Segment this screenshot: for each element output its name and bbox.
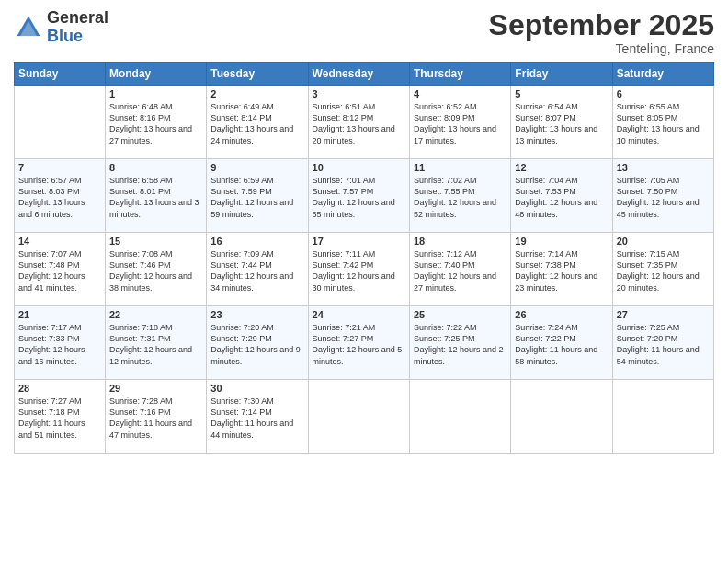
- day-number: 12: [515, 162, 608, 173]
- logo-blue: Blue: [47, 28, 108, 46]
- calendar-cell: 10Sunrise: 7:01 AMSunset: 7:57 PMDayligh…: [308, 159, 409, 233]
- day-number: 6: [617, 88, 710, 99]
- day-number: 20: [617, 236, 710, 247]
- calendar-week-2: 14Sunrise: 7:07 AMSunset: 7:48 PMDayligh…: [15, 233, 714, 306]
- day-number: 24: [313, 309, 405, 320]
- cell-info: Sunrise: 6:51 AMSunset: 8:12 PMDaylight:…: [313, 101, 405, 146]
- day-number: 28: [18, 383, 101, 394]
- calendar-week-1: 7Sunrise: 6:57 AMSunset: 8:03 PMDaylight…: [15, 159, 714, 233]
- calendar-cell: 29Sunrise: 7:28 AMSunset: 7:16 PMDayligh…: [105, 380, 206, 454]
- calendar-cell: 6Sunrise: 6:55 AMSunset: 8:05 PMDaylight…: [612, 86, 713, 159]
- cell-info: Sunrise: 7:21 AMSunset: 7:27 PMDaylight:…: [313, 322, 405, 367]
- cell-info: Sunrise: 7:09 AMSunset: 7:44 PMDaylight:…: [210, 248, 303, 293]
- cell-info: Sunrise: 7:24 AMSunset: 7:22 PMDaylight:…: [515, 322, 608, 367]
- calendar-cell: 16Sunrise: 7:09 AMSunset: 7:44 PMDayligh…: [207, 233, 308, 306]
- cell-info: Sunrise: 7:01 AMSunset: 7:57 PMDaylight:…: [313, 175, 405, 220]
- calendar-cell: 11Sunrise: 7:02 AMSunset: 7:55 PMDayligh…: [409, 159, 510, 233]
- calendar-cell: 27Sunrise: 7:25 AMSunset: 7:20 PMDayligh…: [612, 306, 713, 380]
- calendar-cell: 28Sunrise: 7:27 AMSunset: 7:18 PMDayligh…: [15, 380, 106, 454]
- col-wednesday: Wednesday: [308, 63, 409, 86]
- calendar-cell: 20Sunrise: 7:15 AMSunset: 7:35 PMDayligh…: [612, 233, 713, 306]
- day-number: 16: [210, 236, 303, 247]
- calendar-cell: 19Sunrise: 7:14 AMSunset: 7:38 PMDayligh…: [511, 233, 612, 306]
- cell-info: Sunrise: 6:55 AMSunset: 8:05 PMDaylight:…: [617, 101, 710, 146]
- day-number: 19: [515, 236, 608, 247]
- cell-info: Sunrise: 7:02 AMSunset: 7:55 PMDaylight:…: [414, 175, 506, 220]
- month-title: September 2025: [489, 9, 714, 41]
- calendar-cell: [511, 380, 612, 454]
- calendar-cell: [15, 86, 106, 159]
- calendar-week-3: 21Sunrise: 7:17 AMSunset: 7:33 PMDayligh…: [15, 306, 714, 380]
- day-number: 8: [109, 162, 202, 173]
- calendar-cell: 17Sunrise: 7:11 AMSunset: 7:42 PMDayligh…: [308, 233, 409, 306]
- calendar-cell: [308, 380, 409, 454]
- calendar-week-4: 28Sunrise: 7:27 AMSunset: 7:18 PMDayligh…: [15, 380, 714, 454]
- location: Tenteling, France: [489, 41, 714, 56]
- calendar-cell: 4Sunrise: 6:52 AMSunset: 8:09 PMDaylight…: [409, 86, 510, 159]
- calendar-table: Sunday Monday Tuesday Wednesday Thursday…: [14, 62, 714, 454]
- day-number: 27: [617, 309, 710, 320]
- day-number: 3: [313, 88, 405, 99]
- col-tuesday: Tuesday: [207, 63, 308, 86]
- calendar-cell: 1Sunrise: 6:48 AMSunset: 8:16 PMDaylight…: [105, 86, 206, 159]
- cell-info: Sunrise: 6:52 AMSunset: 8:09 PMDaylight:…: [414, 101, 506, 146]
- day-number: 1: [109, 88, 202, 99]
- header: General Blue September 2025 Tenteling, F…: [14, 9, 714, 56]
- calendar-cell: 5Sunrise: 6:54 AMSunset: 8:07 PMDaylight…: [511, 86, 612, 159]
- cell-info: Sunrise: 7:18 AMSunset: 7:31 PMDaylight:…: [109, 322, 202, 367]
- cell-info: Sunrise: 7:14 AMSunset: 7:38 PMDaylight:…: [515, 248, 608, 293]
- day-number: 14: [18, 236, 101, 247]
- cell-info: Sunrise: 7:30 AMSunset: 7:14 PMDaylight:…: [210, 396, 303, 441]
- day-number: 15: [109, 236, 202, 247]
- calendar-cell: 2Sunrise: 6:49 AMSunset: 8:14 PMDaylight…: [207, 86, 308, 159]
- cell-info: Sunrise: 6:59 AMSunset: 7:59 PMDaylight:…: [210, 175, 303, 220]
- day-number: 22: [109, 309, 202, 320]
- cell-info: Sunrise: 6:49 AMSunset: 8:14 PMDaylight:…: [210, 101, 303, 146]
- page: General Blue September 2025 Tenteling, F…: [0, 0, 728, 563]
- cell-info: Sunrise: 7:27 AMSunset: 7:18 PMDaylight:…: [18, 396, 101, 441]
- header-row: Sunday Monday Tuesday Wednesday Thursday…: [15, 63, 714, 86]
- title-block: September 2025 Tenteling, France: [489, 9, 714, 56]
- calendar-cell: 25Sunrise: 7:22 AMSunset: 7:25 PMDayligh…: [409, 306, 510, 380]
- calendar-cell: [612, 380, 713, 454]
- calendar-cell: [409, 380, 510, 454]
- day-number: 10: [313, 162, 405, 173]
- calendar-cell: 7Sunrise: 6:57 AMSunset: 8:03 PMDaylight…: [15, 159, 106, 233]
- calendar-cell: 21Sunrise: 7:17 AMSunset: 7:33 PMDayligh…: [15, 306, 106, 380]
- logo: General Blue: [14, 9, 108, 46]
- day-number: 26: [515, 309, 608, 320]
- day-number: 29: [109, 383, 202, 394]
- calendar-cell: 23Sunrise: 7:20 AMSunset: 7:29 PMDayligh…: [207, 306, 308, 380]
- col-friday: Friday: [511, 63, 612, 86]
- cell-info: Sunrise: 7:04 AMSunset: 7:53 PMDaylight:…: [515, 175, 608, 220]
- col-thursday: Thursday: [409, 63, 510, 86]
- calendar-cell: 30Sunrise: 7:30 AMSunset: 7:14 PMDayligh…: [207, 380, 308, 454]
- day-number: 2: [210, 88, 303, 99]
- calendar-week-0: 1Sunrise: 6:48 AMSunset: 8:16 PMDaylight…: [15, 86, 714, 159]
- calendar-cell: 24Sunrise: 7:21 AMSunset: 7:27 PMDayligh…: [308, 306, 409, 380]
- col-monday: Monday: [105, 63, 206, 86]
- day-number: 11: [414, 162, 506, 173]
- cell-info: Sunrise: 7:28 AMSunset: 7:16 PMDaylight:…: [109, 396, 202, 441]
- logo-icon: [14, 13, 43, 42]
- calendar-cell: 26Sunrise: 7:24 AMSunset: 7:22 PMDayligh…: [511, 306, 612, 380]
- calendar-cell: 3Sunrise: 6:51 AMSunset: 8:12 PMDaylight…: [308, 86, 409, 159]
- col-saturday: Saturday: [612, 63, 713, 86]
- logo-text: General Blue: [47, 9, 108, 46]
- cell-info: Sunrise: 7:11 AMSunset: 7:42 PMDaylight:…: [313, 248, 405, 293]
- cell-info: Sunrise: 6:48 AMSunset: 8:16 PMDaylight:…: [109, 101, 202, 146]
- calendar-cell: 8Sunrise: 6:58 AMSunset: 8:01 PMDaylight…: [105, 159, 206, 233]
- day-number: 7: [18, 162, 101, 173]
- calendar-cell: 15Sunrise: 7:08 AMSunset: 7:46 PMDayligh…: [105, 233, 206, 306]
- cell-info: Sunrise: 6:57 AMSunset: 8:03 PMDaylight:…: [18, 175, 101, 220]
- cell-info: Sunrise: 7:05 AMSunset: 7:50 PMDaylight:…: [617, 175, 710, 220]
- day-number: 30: [210, 383, 303, 394]
- calendar-cell: 13Sunrise: 7:05 AMSunset: 7:50 PMDayligh…: [612, 159, 713, 233]
- calendar-cell: 22Sunrise: 7:18 AMSunset: 7:31 PMDayligh…: [105, 306, 206, 380]
- day-number: 25: [414, 309, 506, 320]
- cell-info: Sunrise: 7:20 AMSunset: 7:29 PMDaylight:…: [210, 322, 303, 367]
- cell-info: Sunrise: 7:17 AMSunset: 7:33 PMDaylight:…: [18, 322, 101, 367]
- calendar-cell: 18Sunrise: 7:12 AMSunset: 7:40 PMDayligh…: [409, 233, 510, 306]
- day-number: 9: [210, 162, 303, 173]
- day-number: 13: [617, 162, 710, 173]
